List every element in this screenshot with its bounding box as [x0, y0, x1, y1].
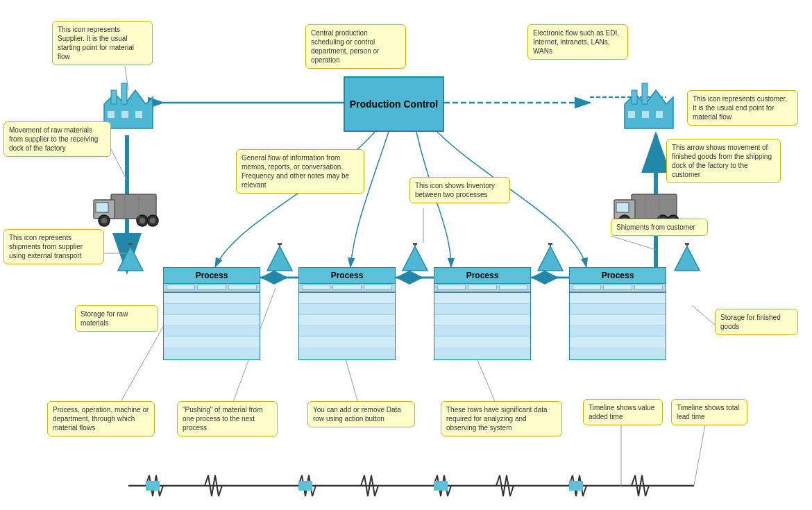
process-1-data-5	[164, 337, 260, 348]
process-4-data	[569, 293, 666, 360]
process-3-data	[434, 293, 531, 360]
svg-rect-74	[128, 243, 133, 245]
process-2-rows	[298, 284, 396, 293]
callout-process: Process, operation, machine or departmen…	[47, 401, 155, 436]
process-1-data	[163, 293, 260, 360]
process-2-data-4	[299, 326, 395, 337]
customer-factory-svg	[618, 76, 680, 132]
svg-rect-39	[111, 90, 117, 104]
process-3-data-4	[434, 326, 530, 337]
svg-rect-86	[685, 243, 689, 245]
callout-supplier: This icon represents Supplier. It is the…	[52, 21, 153, 65]
svg-rect-77	[278, 243, 282, 245]
callout-storage-finished: Storage for finished goods	[715, 309, 798, 335]
supplier-truck-icon	[90, 187, 160, 230]
process-1-rows	[163, 284, 260, 293]
triangle-svg-left	[117, 243, 144, 274]
process-1-data-1	[164, 293, 260, 304]
svg-rect-46	[642, 83, 648, 104]
svg-rect-32	[146, 481, 160, 491]
process-2-data-5	[299, 337, 395, 348]
svg-rect-40	[121, 83, 127, 104]
svg-rect-33	[298, 481, 312, 491]
process-3-data-6	[434, 348, 530, 359]
process-4-data-1	[570, 293, 666, 304]
callout-data-row: You can add or remove Data row using act…	[307, 401, 415, 427]
svg-point-58	[150, 218, 155, 223]
svg-rect-63	[616, 203, 629, 212]
svg-rect-35	[569, 481, 583, 491]
triangle-inventory-3	[536, 243, 564, 275]
process-1-header: Process	[163, 267, 260, 284]
process-box-2: Process	[298, 267, 396, 360]
process-3-rows	[434, 284, 531, 293]
process-1-data-6	[164, 348, 260, 359]
process-2-data-3	[299, 315, 395, 326]
callout-timeline-lead: Timeline shows total lead time	[671, 399, 747, 425]
process-3-data-2	[434, 304, 530, 315]
svg-marker-75	[267, 246, 292, 271]
process-4-data-6	[570, 348, 666, 359]
svg-rect-49	[656, 111, 663, 118]
process-box-3: Process	[434, 267, 531, 360]
svg-rect-34	[434, 481, 448, 491]
process-3-data-5	[434, 337, 530, 348]
triangle-svg-1	[266, 243, 294, 274]
callout-movement-raw: Movement of raw materials from supplier …	[3, 121, 111, 157]
svg-rect-61	[632, 194, 677, 219]
process-3-data-3	[434, 315, 530, 326]
process-4-data-2	[570, 304, 666, 315]
production-control-box: Production Control	[344, 76, 444, 132]
process-4-data-3	[570, 315, 666, 326]
process-3-header: Process	[434, 267, 531, 284]
callout-timeline-val: Timeline shows value added time	[583, 399, 663, 425]
canvas: Production Control	[0, 0, 812, 510]
process-4-header: Process	[569, 267, 666, 284]
process-4-row-1	[570, 284, 666, 292]
triangle-inventory-2	[401, 243, 429, 275]
process-1-data-2	[164, 304, 260, 315]
process-1-data-4	[164, 326, 260, 337]
svg-marker-78	[403, 246, 428, 271]
svg-rect-48	[642, 111, 649, 118]
svg-marker-84	[675, 246, 700, 271]
svg-rect-52	[96, 203, 108, 212]
svg-rect-83	[548, 243, 552, 245]
svg-point-54	[101, 218, 107, 223]
triangle-inventory-1	[266, 243, 294, 275]
production-control-label: Production Control	[350, 99, 439, 110]
svg-point-56	[139, 218, 145, 223]
process-3-data-1	[434, 293, 530, 304]
svg-rect-50	[111, 194, 156, 219]
callout-storage-raw: Storage for raw materials	[75, 305, 158, 332]
triangle-svg-2	[401, 243, 429, 274]
callout-shipment-customer: Shipments from customer	[611, 219, 708, 236]
triangle-inventory-left	[117, 243, 144, 275]
svg-rect-43	[135, 111, 142, 118]
callout-shipment-supplier: This icon represents shipments from supp…	[3, 229, 104, 264]
process-3-row-1	[434, 284, 530, 292]
process-4-data-4	[570, 326, 666, 337]
svg-line-25	[692, 305, 715, 325]
svg-marker-81	[538, 246, 563, 271]
process-1-row-1	[164, 284, 260, 292]
process-box-4: Process	[569, 267, 666, 360]
callout-inventory: This icon shows Inventory between two pr…	[409, 177, 510, 203]
process-2-data	[298, 293, 396, 360]
process-2-row-1	[299, 284, 395, 292]
process-2-header: Process	[298, 267, 396, 284]
process-1-data-3	[164, 315, 260, 326]
process-4-rows	[569, 284, 666, 293]
process-2-data-2	[299, 304, 395, 315]
supplier-truck-svg	[90, 187, 160, 229]
callout-customer: This icon represents customer. It is the…	[687, 90, 798, 126]
triangle-inventory-right	[673, 243, 701, 275]
triangle-svg-right	[673, 243, 701, 274]
callout-info-flow: General flow of information from memos, …	[236, 149, 364, 194]
svg-rect-80	[413, 243, 417, 245]
customer-factory-icon	[618, 76, 680, 133]
svg-line-19	[111, 149, 127, 180]
callout-electronic: Electronic flow such as EDI, Internet, i…	[527, 24, 628, 60]
svg-rect-47	[628, 111, 635, 118]
process-2-data-6	[299, 348, 395, 359]
